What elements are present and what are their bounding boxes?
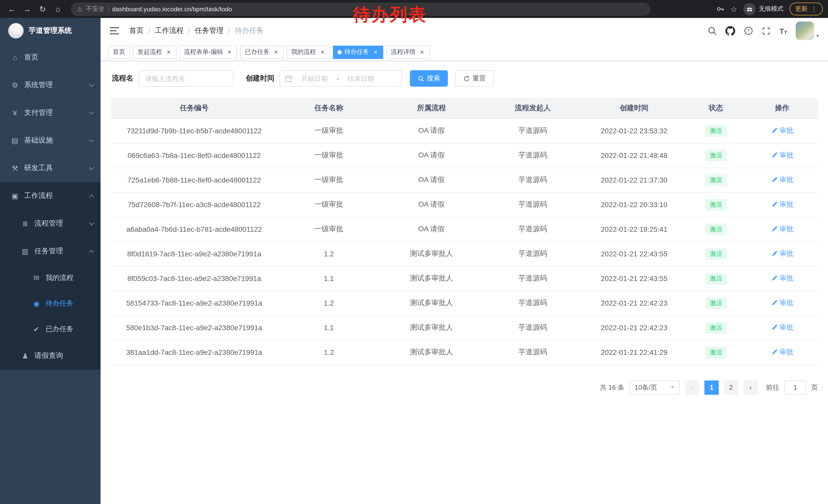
forward-icon[interactable]: → xyxy=(20,2,34,16)
close-icon[interactable]: × xyxy=(166,49,172,55)
approve-link[interactable]: 审批 xyxy=(771,151,793,160)
cell-task-name: 1.1 xyxy=(278,315,380,340)
cell-initiator: 芋道源码 xyxy=(483,340,583,365)
page-2-button[interactable]: 2 xyxy=(724,380,738,395)
breadcrumb-item[interactable]: 首页 xyxy=(129,26,143,35)
chevron-down-icon xyxy=(89,165,94,170)
sidebar-item-label: 基础设施 xyxy=(24,136,53,145)
pencil-icon xyxy=(771,226,778,232)
sidebar-item-label: 支付管理 xyxy=(24,108,53,118)
password-key-icon[interactable] xyxy=(715,5,724,13)
cell-initiator: 芋道源码 xyxy=(483,192,583,217)
user-menu[interactable]: ▾ xyxy=(796,21,819,40)
tab-label: 流程详情 xyxy=(391,48,416,56)
breadcrumb-item[interactable]: 工作流程 xyxy=(155,26,184,35)
sidebar-item-已办任务[interactable]: ✔已办任务 xyxy=(0,316,100,342)
dashboard-icon: ⌂ xyxy=(10,53,19,61)
col-actions: 操作 xyxy=(746,98,818,119)
approve-link[interactable]: 审批 xyxy=(771,274,793,283)
browser-menu-icon[interactable]: ⋮ xyxy=(811,5,817,13)
security-label: 不安全 xyxy=(86,5,105,13)
prev-page-button[interactable]: ‹ xyxy=(685,380,699,395)
chevron-up-icon xyxy=(89,250,94,255)
tab-首页[interactable]: 首页 xyxy=(108,45,130,59)
close-icon[interactable]: × xyxy=(373,49,379,55)
close-icon[interactable]: × xyxy=(226,49,233,55)
collapse-sidebar-icon[interactable] xyxy=(109,25,120,36)
gear-icon: ⚙ xyxy=(10,81,19,89)
approve-link[interactable]: 审批 xyxy=(771,249,793,259)
end-date-input[interactable] xyxy=(340,75,382,82)
help-icon[interactable]: ? xyxy=(744,26,753,35)
close-icon[interactable]: × xyxy=(419,49,425,55)
breadcrumb-item[interactable]: 任务管理 xyxy=(195,26,224,35)
infrastructure-icon: ▤ xyxy=(10,136,19,145)
date-range-picker[interactable]: - xyxy=(280,70,402,87)
sidebar-item-支付管理[interactable]: ¥支付管理 xyxy=(0,99,100,127)
sidebar-item-请假查询[interactable]: ♟请假查询 xyxy=(0,342,100,370)
sidebar-item-研发工具[interactable]: ⚒研发工具 xyxy=(0,154,100,182)
fullscreen-icon[interactable] xyxy=(762,27,771,35)
approve-link[interactable]: 审批 xyxy=(771,323,793,332)
table-row: 069c6a63-7b8a-11ec-8ef0-acde48001122一级审批… xyxy=(111,143,818,168)
approve-link[interactable]: 审批 xyxy=(771,126,793,135)
cell-process: OA 请假 xyxy=(380,119,483,143)
close-icon[interactable]: × xyxy=(273,49,279,55)
process-manage-icon: ≣ xyxy=(20,220,30,228)
pencil-icon xyxy=(771,275,778,282)
cell-create-time: 2022-01-21 22:42:23 xyxy=(583,315,686,340)
cell-task-id: 580e1b3d-7ac8-11ec-a9e2-a2380e71991a xyxy=(111,315,278,340)
tab-流程详情[interactable]: 流程详情× xyxy=(386,45,430,59)
tab-发起流程[interactable]: 发起流程× xyxy=(133,45,176,59)
github-icon[interactable] xyxy=(726,26,735,36)
start-date-input[interactable] xyxy=(293,75,335,82)
update-button[interactable]: 更新 ⋮ xyxy=(790,3,823,15)
cell-task-id: 8f059c03-7ac8-11ec-a9e2-a2380e71991a xyxy=(111,266,278,291)
sidebar-item-工作流程[interactable]: ▣工作流程 xyxy=(0,182,100,210)
approve-link[interactable]: 审批 xyxy=(771,348,793,357)
approve-link[interactable]: 审批 xyxy=(771,200,793,209)
page-size-select[interactable]: 10条/页 xyxy=(629,380,680,395)
home-icon[interactable]: ⌂ xyxy=(51,2,65,16)
process-name-input[interactable] xyxy=(138,70,234,87)
tab-待办任务[interactable]: 待办任务× xyxy=(333,45,383,59)
approve-link[interactable]: 审批 xyxy=(771,175,793,185)
sidebar-item-系统管理[interactable]: ⚙系统管理 xyxy=(0,71,100,99)
sidebar-item-基础设施[interactable]: ▤基础设施 xyxy=(0,127,100,154)
tab-我的流程[interactable]: 我的流程× xyxy=(287,45,330,59)
reload-icon[interactable]: ↻ xyxy=(36,2,49,16)
cell-initiator: 芋道源码 xyxy=(483,315,583,340)
chevron-down-icon: ▾ xyxy=(817,33,819,39)
cell-task-name: 一级审批 xyxy=(278,217,380,241)
cell-status: 激活 xyxy=(686,192,746,217)
goto-page-input[interactable] xyxy=(784,380,806,395)
back-icon[interactable]: ← xyxy=(5,2,18,16)
sidebar: 芋道管理系统 ⌂首页⚙系统管理¥支付管理▤基础设施⚒研发工具▣工作流程≣流程管理… xyxy=(0,18,100,504)
pencil-icon xyxy=(771,349,778,356)
cell-task-name: 一级审批 xyxy=(278,119,380,143)
sidebar-item-流程管理[interactable]: ≣流程管理 xyxy=(0,210,100,237)
search-icon[interactable] xyxy=(707,26,717,35)
app-logo[interactable]: 芋道管理系统 xyxy=(0,18,100,44)
sidebar-item-首页[interactable]: ⌂首页 xyxy=(0,44,100,71)
next-page-button[interactable]: › xyxy=(743,380,758,395)
status-badge: 激活 xyxy=(705,248,727,260)
sidebar-item-任务管理[interactable]: ▥任务管理 xyxy=(0,237,100,265)
chevron-down-icon xyxy=(89,137,94,142)
font-size-icon[interactable]: TT xyxy=(779,27,787,35)
sidebar-item-我的流程[interactable]: ✉我的流程 xyxy=(0,265,100,291)
reset-button[interactable]: 重置 xyxy=(455,70,494,87)
page-1-button[interactable]: 1 xyxy=(704,380,719,395)
sidebar-item-待办任务[interactable]: ◉待办任务 xyxy=(0,291,100,316)
cell-create-time: 2022-01-22 21:48:48 xyxy=(583,143,686,168)
cell-status: 激活 xyxy=(686,315,746,340)
close-icon[interactable]: × xyxy=(320,49,326,55)
address-bar[interactable]: ⚠ 不安全 dashboard.yudao.iocoder.cn/bpm/tas… xyxy=(71,2,651,16)
tab-已办任务[interactable]: 已办任务× xyxy=(240,45,283,59)
approve-link[interactable]: 审批 xyxy=(771,225,793,234)
approve-link[interactable]: 审批 xyxy=(771,299,793,308)
search-button[interactable]: 搜索 xyxy=(410,70,448,87)
tab-流程表单-编辑[interactable]: 流程表单-编辑× xyxy=(179,45,237,59)
bookmark-star-icon[interactable]: ☆ xyxy=(730,4,737,13)
avatar[interactable] xyxy=(796,21,815,40)
